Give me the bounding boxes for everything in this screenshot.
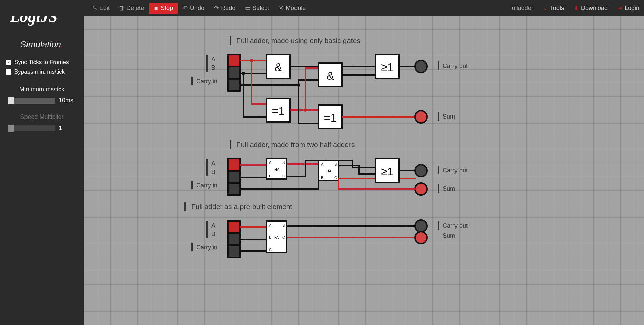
svg-rect-1 <box>206 55 208 72</box>
module-icon: ✕ <box>278 4 284 12</box>
svg-rect-0 <box>230 36 231 45</box>
module-button[interactable]: ✕Module <box>274 2 310 14</box>
min-ms-slider[interactable] <box>8 98 55 104</box>
svg-rect-49 <box>228 245 240 257</box>
svg-rect-47 <box>228 221 240 233</box>
circuit-3: Full adder as a pre-built element A B Ca… <box>184 202 468 257</box>
stop-button[interactable]: ■Stop <box>149 3 178 14</box>
svg-text:Carry in: Carry in <box>196 244 217 251</box>
svg-rect-5 <box>228 79 240 91</box>
edit-button[interactable]: ✎Edit <box>87 2 114 14</box>
svg-text:Sum: Sum <box>443 185 455 192</box>
svg-rect-3 <box>228 55 240 67</box>
switch-a-3[interactable] <box>228 221 240 233</box>
svg-text:&: & <box>327 69 334 82</box>
svg-rect-39 <box>438 184 439 193</box>
svg-text:Sum: Sum <box>443 232 455 239</box>
sketch-name: fulladder <box>505 5 538 12</box>
canvas[interactable]: Full adder, made using only basic gates … <box>84 16 644 325</box>
svg-text:=1: =1 <box>272 104 285 117</box>
svg-text:S: S <box>282 160 285 165</box>
redo-button[interactable]: ↷Redo <box>209 2 240 14</box>
svg-text:&: & <box>275 61 282 74</box>
svg-rect-24 <box>228 171 240 183</box>
download-button[interactable]: ⬇Download <box>569 2 612 14</box>
circuit-2-title: Full adder, made from two half adders <box>236 141 355 148</box>
switch-b-2[interactable] <box>228 171 240 183</box>
svg-rect-16 <box>438 112 439 121</box>
svg-text:A: A <box>321 162 324 166</box>
svg-rect-15 <box>438 61 439 70</box>
svg-rect-21 <box>191 181 193 189</box>
login-icon: ➜ <box>617 4 623 12</box>
svg-rect-48 <box>228 233 240 245</box>
svg-point-7 <box>241 72 245 75</box>
svg-text:C: C <box>282 174 285 178</box>
svg-text:C: C <box>269 248 272 252</box>
label-cout-1: Carry out <box>443 63 468 69</box>
svg-text:A: A <box>269 223 272 227</box>
switch-a-1[interactable] <box>228 55 240 67</box>
svg-point-6 <box>250 59 253 62</box>
switch-c-3[interactable] <box>228 245 240 257</box>
tools-button[interactable]: ⌄Tools <box>538 2 569 14</box>
svg-text:B: B <box>321 176 323 180</box>
output-carry-3 <box>415 220 427 232</box>
undo-button[interactable]: ↶Undo <box>178 2 209 14</box>
delete-button[interactable]: 🗑Delete <box>114 3 149 14</box>
output-sum-2 <box>415 183 427 195</box>
bypass-checkbox[interactable]: Bypass min. ms/tick <box>0 67 84 77</box>
svg-text:B: B <box>269 174 271 178</box>
svg-rect-25 <box>228 183 240 195</box>
circuit-diagram: Full adder, made using only basic gates … <box>84 16 644 325</box>
select-button[interactable]: ▭Select <box>240 2 274 14</box>
svg-text:C: C <box>334 176 337 180</box>
undo-icon: ↶ <box>182 4 188 12</box>
label-a-1: A <box>211 56 215 63</box>
trash-icon: 🗑 <box>119 5 124 12</box>
svg-text:B: B <box>269 235 271 239</box>
select-icon: ▭ <box>245 4 250 12</box>
output-sum-3 <box>415 232 427 244</box>
svg-text:≥1: ≥1 <box>381 61 394 74</box>
svg-text:C: C <box>282 235 285 239</box>
svg-text:A: A <box>269 160 272 165</box>
chevron-down-icon: ⌄ <box>543 4 548 12</box>
speed-value: 1 <box>59 125 75 132</box>
label-sum-1: Sum <box>443 113 455 120</box>
svg-text:HA: HA <box>326 169 332 173</box>
switch-b-3[interactable] <box>228 233 240 245</box>
svg-rect-56 <box>438 221 439 230</box>
svg-rect-17 <box>230 140 231 149</box>
download-icon: ⬇ <box>574 4 579 12</box>
svg-rect-42 <box>206 221 208 238</box>
circuit-1-title: Full adder, made using only basic gates <box>236 37 360 44</box>
sync-ticks-checkbox[interactable]: ✓ Sync Ticks to Frames <box>0 58 84 67</box>
svg-text:Carry out: Carry out <box>443 222 468 229</box>
switch-c-2[interactable] <box>228 183 240 195</box>
switch-b-1[interactable] <box>228 67 240 79</box>
svg-point-11 <box>297 83 300 87</box>
svg-text:S: S <box>334 162 337 166</box>
checkbox-checked-icon: ✓ <box>6 60 11 65</box>
svg-text:=1: =1 <box>324 111 337 124</box>
switch-c-1[interactable] <box>228 79 240 91</box>
sidebar: LogiJS Simulation. ✓ Sync Ticks to Frame… <box>0 0 84 325</box>
speed-slider[interactable] <box>8 125 55 131</box>
svg-rect-4 <box>228 67 240 79</box>
pencil-icon: ✎ <box>92 4 97 12</box>
svg-rect-23 <box>228 159 240 171</box>
min-ms-label: Minimum ms/tick <box>0 86 84 93</box>
login-button[interactable]: ➜Login <box>612 2 644 14</box>
svg-text:A: A <box>211 160 215 167</box>
svg-rect-2 <box>191 77 193 85</box>
switch-a-2[interactable] <box>228 159 240 171</box>
min-ms-value: 10ms <box>59 97 75 104</box>
top-toolbar: ✎Edit 🗑Delete ■Stop ↶Undo ↷Redo ▭Select … <box>0 0 644 16</box>
checkbox-unchecked-icon <box>6 69 11 75</box>
output-carry-1 <box>415 60 427 73</box>
label-b-1: B <box>211 64 215 71</box>
svg-text:Carry in: Carry in <box>196 182 217 189</box>
svg-rect-18 <box>206 159 208 176</box>
svg-text:HA: HA <box>274 167 280 171</box>
